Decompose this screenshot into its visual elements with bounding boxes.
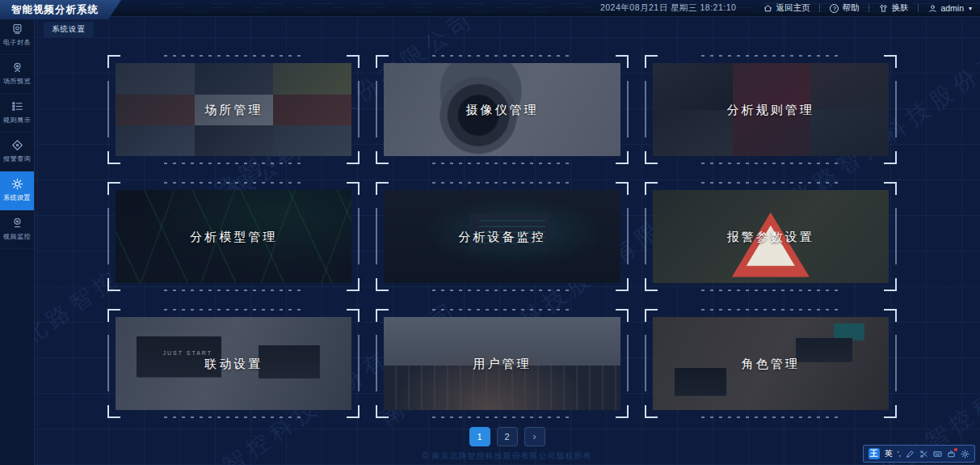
- card-photo: 分析规则管理: [653, 63, 889, 156]
- card-photo: 场所管理: [116, 63, 351, 156]
- sidebar-item-label: 规则展示: [3, 116, 31, 125]
- card-role-management[interactable]: 角色管理: [645, 309, 897, 418]
- help-label: 帮助: [842, 2, 859, 14]
- card-photo: 分析设备监控: [384, 190, 620, 283]
- card-photo: JUST START 联动设置: [116, 317, 351, 410]
- card-photo: 分析模型管理: [116, 190, 351, 283]
- scissors-icon[interactable]: [919, 450, 928, 459]
- copyright-footer: © 南京北路智控科技股份有限公司版权所有: [34, 450, 980, 462]
- sidebar-item-label: 电子封条: [3, 38, 31, 47]
- card-alarm-param-settings[interactable]: 报警参数设置: [645, 182, 897, 291]
- app-title: 智能视频分析系统: [0, 0, 121, 19]
- datetime-display: 2024年08月21日 星期三 18:21:10: [600, 2, 736, 14]
- cards-grid: 场所管理 摄像仪管理 分析规则管理 分析模型管理 分析设备监控 报警参数设置: [107, 55, 897, 418]
- card-photo: 用户管理: [384, 317, 620, 410]
- sidebar-item-system-settings[interactable]: 系统设置: [0, 171, 34, 210]
- card-label: 用户管理: [384, 356, 620, 371]
- card-analysis-device-monitor[interactable]: 分析设备监控: [376, 182, 628, 291]
- home-icon: [763, 4, 772, 13]
- ime-toolbar: 王 英 ',: [863, 445, 975, 463]
- sidebar-item-alarm-query[interactable]: 报警查询: [0, 133, 34, 171]
- webcam-icon: [11, 61, 23, 74]
- sidebar: 电子封条 场所预览 规则展示 报警查询 系统设置 视频监控: [0, 16, 35, 465]
- sidebar-item-label: 视频监控: [3, 232, 31, 241]
- pagination: 1 2 ›: [34, 427, 980, 446]
- card-label: 报警参数设置: [653, 229, 889, 244]
- skin-label: 换肤: [891, 2, 908, 14]
- seal-icon: [11, 23, 23, 35]
- card-photo: 报警参数设置: [653, 190, 889, 283]
- target-icon: [11, 139, 23, 151]
- ime-logo[interactable]: 王: [869, 448, 880, 459]
- card-linkage-settings[interactable]: JUST START 联动设置: [107, 309, 360, 418]
- handwriting-pen-icon[interactable]: [906, 450, 915, 459]
- divider: [869, 4, 869, 12]
- video-camera-icon: [11, 217, 23, 229]
- card-camera-management[interactable]: 摄像仪管理: [376, 55, 628, 164]
- page-button-2[interactable]: 2: [497, 427, 518, 446]
- user-icon: [928, 4, 937, 13]
- divider: [819, 4, 820, 12]
- card-label: 摄像仪管理: [384, 102, 620, 117]
- skin-link[interactable]: 换肤: [879, 2, 908, 14]
- card-label: 联动设置: [116, 356, 351, 371]
- chevron-down-icon: ▾: [969, 5, 972, 12]
- card-analysis-rule-management[interactable]: 分析规则管理: [645, 55, 897, 164]
- rules-list-icon: [11, 100, 23, 112]
- page-button-1[interactable]: 1: [469, 427, 490, 446]
- card-user-management[interactable]: 用户管理: [376, 309, 628, 418]
- sidebar-item-video-monitor[interactable]: 视频监控: [0, 210, 34, 249]
- sidebar-item-electronic-seal[interactable]: 电子封条: [0, 16, 34, 55]
- card-analysis-model-management[interactable]: 分析模型管理: [107, 182, 360, 291]
- home-label: 返回主页: [776, 2, 810, 14]
- card-venue-management[interactable]: 场所管理: [107, 55, 360, 164]
- sidebar-item-venue-preview[interactable]: 场所预览: [0, 55, 34, 94]
- card-label: 角色管理: [653, 356, 889, 371]
- ime-language-toggle[interactable]: 英: [885, 448, 893, 459]
- ime-punctuation-toggle[interactable]: ',: [898, 450, 901, 458]
- card-label: 分析设备监控: [384, 229, 620, 244]
- home-link[interactable]: 返回主页: [763, 2, 810, 14]
- card-label: 场所管理: [116, 102, 351, 117]
- help-link[interactable]: ? 帮助: [830, 2, 859, 14]
- help-icon: ?: [830, 4, 839, 13]
- card-photo: 角色管理: [653, 317, 889, 410]
- ime-settings-gear-icon[interactable]: [961, 450, 969, 459]
- toolbox-icon[interactable]: [947, 450, 956, 459]
- card-photo: 摄像仪管理: [384, 63, 620, 156]
- user-label: admin: [940, 3, 964, 13]
- sidebar-item-rule-display[interactable]: 规则展示: [0, 94, 34, 133]
- header-bar: 2024年08月21日 星期三 18:21:10 返回主页 ? 帮助 换肤 ad…: [0, 0, 980, 17]
- tab-system-settings[interactable]: 系统设置: [44, 22, 94, 37]
- sidebar-item-label: 系统设置: [3, 193, 31, 202]
- user-menu[interactable]: admin ▾: [928, 3, 972, 13]
- keyboard-icon[interactable]: [933, 450, 942, 459]
- gear-icon: [11, 178, 23, 190]
- divider: [918, 4, 919, 12]
- card-label: 分析模型管理: [116, 229, 351, 244]
- sidebar-item-label: 场所预览: [3, 77, 31, 86]
- sidebar-item-label: 报警查询: [3, 154, 31, 163]
- card-label: 分析规则管理: [653, 102, 889, 117]
- skin-icon: [879, 4, 888, 13]
- next-page-button[interactable]: ›: [524, 427, 545, 446]
